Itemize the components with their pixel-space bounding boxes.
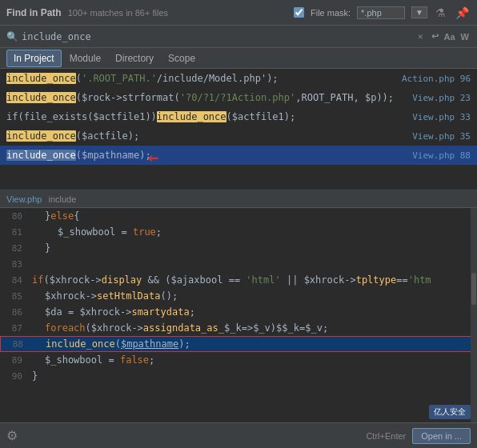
result-code: if(file_exists($actfile1))include_once($… [6,111,406,122]
result-row[interactable]: include_once($actfile); View.php 35 [0,126,477,146]
filter-icon[interactable]: ⚗ [434,6,447,19]
match-count: 100+ matches in 86+ files [68,8,168,18]
panel-title: Find in Path [6,7,62,18]
code-line-87: 87 foreach($xhrock->assigndata_as_$_k=>$… [0,320,477,336]
result-code: include_once($mpathname); [6,150,406,161]
editor-filename: View.php [6,194,42,204]
code-line-89: 89 $_showbool = false; [0,352,477,368]
watermark-text: 亿人安全 [434,406,466,418]
scrollbar[interactable] [471,208,477,424]
separator-bar: View.php include [0,190,477,208]
code-line-80: 80 }else{ [0,208,477,224]
result-code: include_once($actfile); [6,130,406,142]
search-actions: ↩ Aa W [430,31,471,42]
open-in-button[interactable]: Open in ... [412,428,471,444]
tab-in-project[interactable]: In Project [6,50,62,67]
result-code: include_once('.ROOT_PATH.'/include/Model… [6,73,395,84]
code-editor: 80 }else{ 81 $_showbool = true; 82 } 83 … [0,208,477,424]
code-line-83: 83 [0,256,477,272]
result-row[interactable]: include_once('.ROOT_PATH.'/include/Model… [0,69,477,88]
results-list: include_once('.ROOT_PATH.'/include/Model… [0,69,477,190]
result-filename: View.php 35 [412,131,471,142]
code-line-81: 81 $_showbool = true; [0,224,477,240]
scroll-thumb[interactable] [471,273,476,305]
tabs-bar: In Project Module Directory Scope [0,48,477,69]
shortcut-hint: Ctrl+Enter [366,431,406,441]
file-mask-label: File mask: [311,8,351,18]
tab-scope[interactable]: Scope [162,50,202,66]
code-line-90: 90 } [0,368,477,384]
code-line-85: 85 $xhrock->setHtmlData(); [0,288,477,304]
file-mask-checkbox[interactable] [294,7,304,18]
code-line-82: 82 } [0,240,477,256]
whole-word-button[interactable]: W [459,31,471,42]
file-mask-input[interactable] [357,6,405,19]
editor-context: include [48,194,76,204]
search-icon: 🔍 [6,31,18,42]
clear-search-button[interactable]: ✕ [418,31,423,42]
result-code: include_once($rock->strformat('?0/?1/?1A… [6,92,406,103]
result-filename: View.php 33 [412,112,471,122]
case-sensitive-button[interactable]: Aa [443,31,457,42]
top-bar: Find in Path 100+ matches in 86+ files F… [0,0,477,26]
pin-icon[interactable]: 📌 [454,6,471,19]
tab-directory[interactable]: Directory [109,50,160,66]
result-row[interactable]: if(file_exists($actfile1))include_once($… [0,107,477,126]
result-row[interactable]: include_once($rock->strformat('?0/?1/?1A… [0,88,477,107]
code-line-88-highlighted: 88 include_once($mpathname); [0,336,477,352]
search-input[interactable] [22,31,415,42]
code-line-86: 86 $da = $xhrock->smartydata; [0,304,477,320]
search-bar: 🔍 ✕ ↩ Aa W [0,26,477,48]
result-filename: View.php 23 [412,93,471,103]
file-mask-dropdown[interactable]: ▼ [411,6,427,18]
code-line-84: 84 if($xhrock->display && ($ajaxbool == … [0,272,477,288]
watermark: 亿人安全 [429,405,471,419]
settings-button[interactable]: ⚙ [6,428,18,443]
result-filename: Action.php 96 [402,74,471,84]
tab-module[interactable]: Module [63,50,107,66]
bottom-bar: ⚙ Ctrl+Enter Open in ... [0,422,477,448]
result-row-selected[interactable]: include_once($mpathname); ← View.php 88 [0,146,477,165]
result-filename: View.php 88 [412,150,471,161]
undo-button[interactable]: ↩ [430,31,440,42]
